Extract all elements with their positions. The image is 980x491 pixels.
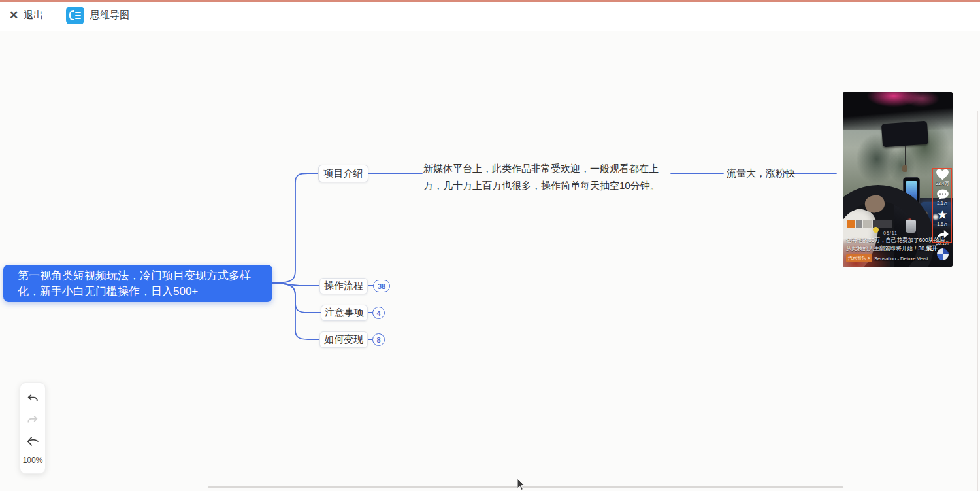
badge-count: 8 (376, 336, 380, 344)
hanging-charm-string (905, 146, 906, 167)
close-icon: ✕ (9, 10, 18, 21)
annotation-highlight-box (932, 168, 952, 243)
music-disc-icon[interactable] (936, 247, 950, 262)
zoom-level[interactable]: 100% (23, 456, 43, 465)
video-sticker-row (847, 220, 892, 228)
node-label: 操作流程 (324, 280, 363, 292)
emoji-sticker (873, 227, 879, 233)
mouse-cursor (516, 478, 526, 491)
music-app-tag[interactable]: 汽水音乐 > (846, 254, 872, 262)
node-label: 项目介绍 (324, 167, 363, 180)
node-operation-flow[interactable]: 操作流程 (319, 278, 368, 294)
badge-count: 4 (376, 309, 380, 317)
node-project-intro[interactable]: 项目介绍 (318, 165, 368, 182)
exit-label: 退出 (24, 9, 43, 22)
exit-button[interactable]: ✕ 退出 (9, 9, 43, 22)
collapsed-count-badge[interactable]: 38 (373, 280, 390, 292)
badge-count: 38 (378, 282, 385, 290)
video-thumbnail[interactable]: 05/11 包将他的30万，自己花费加了600块的油， 从此我的人生翻篇即将开始… (843, 92, 953, 267)
node-notes[interactable]: 注意事项 (321, 305, 368, 321)
rearview-mirror (881, 121, 928, 148)
redo-button[interactable] (25, 413, 40, 428)
topbar: ✕ 退出 思维导图 (0, 0, 980, 31)
music-title: Sensation - Deluxe Versi (874, 256, 928, 262)
node-label: 注意事项 (325, 307, 364, 319)
root-node[interactable]: 第一视角类短视频玩法，冷门项目变现方式多样化，新手小白无门槛操作，日入500+ (3, 265, 272, 302)
video-date-overlay: 05/11 (883, 231, 898, 235)
node-description-text[interactable]: 新媒体平台上，此类作品非常受欢迎，一般观看都在上万，几十万上百万也很多，操作简单… (423, 160, 673, 194)
page-title: 思维导图 (90, 9, 129, 22)
topbar-divider (54, 7, 54, 24)
icon-bars (75, 12, 81, 19)
icon-bracket (69, 10, 74, 20)
mindmap-app: ✕ 退出 思维导图 第一视角类短视频玩法，冷门项目变现方式多样化，新手小白无门槛… (0, 0, 980, 491)
node-label: 如何变现 (324, 333, 363, 346)
cup-holder (906, 220, 916, 233)
connector-lines (0, 0, 980, 491)
canvas-toolbar: 100% (20, 382, 46, 474)
locate-root-button[interactable] (25, 434, 40, 449)
hanging-charm (902, 165, 907, 172)
node-outcome-text[interactable]: 流量大，涨粉快 (727, 167, 795, 180)
vertical-scrollbar[interactable] (977, 111, 978, 491)
music-row: 汽水音乐 > Sensation - Deluxe Versi (846, 254, 928, 262)
video-caption-line2: 从此我的人生翻篇即将开始！30万... (846, 245, 935, 253)
undo-button[interactable] (25, 392, 40, 406)
top-accent-line (0, 0, 980, 2)
root-node-text: 第一视角类短视频玩法，冷门项目变现方式多样化，新手小白无门槛操作，日入500+ (18, 268, 266, 299)
mindmap-app-icon (66, 7, 84, 24)
node-monetize[interactable]: 如何变现 (319, 331, 368, 348)
collapsed-count-badge[interactable]: 8 (372, 333, 385, 346)
collapsed-count-badge[interactable]: 4 (372, 307, 385, 319)
